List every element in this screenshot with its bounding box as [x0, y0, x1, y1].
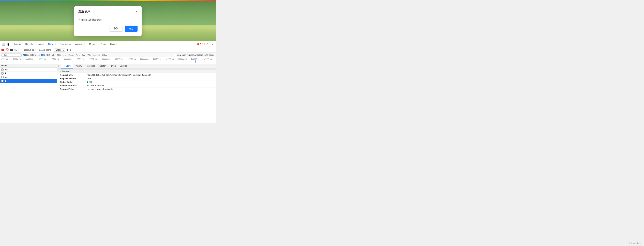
warn-icon: ⚠: [202, 43, 204, 45]
device-toolbar-icon[interactable]: 📱: [6, 42, 10, 46]
tl-2: 20000 ms: [13, 58, 25, 60]
same-site-checkbox[interactable]: [174, 54, 176, 56]
details-panel: × Headers Preview Response Initiator Tim…: [57, 64, 216, 123]
tl-8: 80000 ms: [89, 58, 102, 60]
detail-row: Status Code: 200: [57, 80, 216, 84]
filter-all[interactable]: All: [40, 54, 45, 56]
inspect-element-icon[interactable]: ⬜: [1, 42, 6, 46]
referrer-policy-value: no-referrer-when-downgrade: [87, 88, 113, 90]
request-url-value: http://192.168.7.251:6680/sisp/core/func…: [87, 74, 151, 76]
detail-tab-timing[interactable]: Timing: [108, 64, 118, 68]
separator-1: [18, 48, 19, 52]
tab-memory[interactable]: Memory: [87, 41, 98, 47]
close-detail-button[interactable]: ×: [58, 65, 60, 68]
tl-3: 30000 ms: [26, 58, 38, 60]
throttle-select[interactable]: Online: [54, 48, 65, 52]
preserve-log-label[interactable]: Preserve log: [20, 49, 34, 51]
preserve-log-checkbox[interactable]: [20, 49, 22, 51]
tab-performance[interactable]: Performance: [58, 41, 73, 47]
cancel-button[interactable]: 取消: [110, 26, 123, 32]
detail-tab-headers[interactable]: Headers: [61, 64, 72, 68]
network-toolbar: 🚫 ⬛ 🔍 Preserve log Disable cache Online …: [0, 47, 216, 53]
tl-13: 130000 ms: [152, 58, 165, 60]
more-tools-icon[interactable]: ⋮: [206, 42, 210, 46]
request-list: Name login 1 login 1: [0, 64, 57, 123]
detail-tab-bar: × Headers Preview Response Initiator Tim…: [57, 64, 216, 69]
hide-data-urls-checkbox[interactable]: [22, 54, 25, 56]
filter-media[interactable]: Media: [68, 54, 74, 56]
tab-console[interactable]: Console: [23, 41, 35, 47]
timeline-bar: [195, 60, 196, 63]
filter-font[interactable]: Font: [75, 54, 80, 56]
tl-1: 10000 ms: [0, 58, 13, 60]
detail-tab-cookies[interactable]: Cookies: [118, 64, 129, 68]
disable-cache-label[interactable]: Disable cache: [36, 49, 51, 51]
request-checkbox[interactable]: [1, 68, 4, 71]
warn-badge: ⚠ 1: [202, 43, 205, 45]
request-checkbox[interactable]: [1, 80, 4, 82]
filter-input[interactable]: [1, 53, 22, 57]
referrer-policy-key: Referrer Policy:: [60, 88, 87, 90]
general-section-header[interactable]: ▼ General: [57, 69, 216, 73]
tl-6: 60000 ms: [63, 58, 76, 60]
tab-security[interactable]: Security: [108, 41, 120, 47]
clear-button[interactable]: 🚫: [6, 48, 9, 51]
timeline: 10000 ms 20000 ms 30000 ms 40000 ms 5000…: [0, 57, 216, 64]
tab-application[interactable]: Application: [73, 41, 87, 47]
filter-ws[interactable]: WS: [87, 54, 92, 56]
detail-tab-initiator[interactable]: Initiator: [97, 64, 108, 68]
tab-audits[interactable]: Audits: [98, 41, 108, 47]
filter-other[interactable]: Other: [101, 54, 108, 56]
list-item[interactable]: login: [0, 68, 57, 72]
tab-network[interactable]: Network: [46, 41, 58, 47]
search-icon[interactable]: 🔍: [14, 49, 17, 51]
list-item[interactable]: 1: [0, 72, 57, 75]
close-devtools-icon[interactable]: ✕: [210, 42, 214, 46]
request-checkbox[interactable]: [1, 72, 4, 75]
request-name: login: [5, 68, 56, 71]
modal-footer: 取消 确定: [74, 26, 142, 36]
timeline-labels: 10000 ms 20000 ms 30000 ms 40000 ms 5000…: [0, 58, 216, 60]
remote-address-value: 192.168.7.251:6680: [87, 85, 105, 87]
tab-elements[interactable]: Elements: [11, 41, 23, 47]
request-method-key: Request Method:: [60, 77, 87, 80]
upload-icon[interactable]: ⬆: [66, 49, 68, 51]
tl-16: 160000 ms: [190, 58, 203, 60]
detail-row: Referrer Policy: no-referrer-when-downgr…: [57, 88, 216, 91]
download-icon[interactable]: ⬇: [70, 49, 72, 51]
filter-manifest[interactable]: Manifest: [92, 54, 101, 56]
request-name: login: [5, 76, 56, 78]
filter-js[interactable]: JS: [51, 54, 56, 56]
hide-data-urls-check[interactable]: Hide data URLs: [22, 54, 40, 56]
list-item[interactable]: 1: [0, 79, 57, 83]
disable-cache-checkbox[interactable]: [36, 49, 38, 51]
tl-15: 150000 ms: [178, 58, 190, 60]
list-item[interactable]: login: [0, 75, 57, 79]
confirm-button[interactable]: 确定: [125, 26, 138, 32]
tab-sources[interactable]: Sources: [35, 41, 46, 47]
record-button[interactable]: [1, 49, 4, 51]
filter-icon[interactable]: ⬛: [10, 49, 13, 51]
filter-xhr[interactable]: XHR: [45, 54, 51, 56]
filter-types: All XHR JS CSS Img Media Font Doc WS Man…: [40, 54, 108, 56]
separator-2: [52, 48, 53, 52]
devtools-tabs: Elements Console Sources Network Perform…: [11, 41, 120, 47]
error-icon: 🔴: [197, 43, 200, 45]
modal-close-button[interactable]: ×: [136, 10, 138, 13]
detail-row: Remote Address: 192.168.7.251:6680: [57, 84, 216, 88]
detail-tab-preview[interactable]: Preview: [73, 64, 84, 68]
devtools-panel: ⬜ 📱 Elements Console Sources Network Per…: [0, 41, 216, 123]
modal-overlay: 温馨提示 × 登录超时,请重新登录 取消 确定: [0, 1, 216, 41]
section-arrow-icon: ▼: [59, 71, 61, 72]
request-checkbox[interactable]: [1, 76, 4, 78]
same-site-check[interactable]: Only show requests with SameSite issues: [174, 54, 214, 56]
request-url-key: Request URL:: [60, 74, 87, 76]
error-badge: 🔴 5: [197, 43, 201, 45]
tl-17: 170000 ms: [203, 58, 216, 60]
filter-img[interactable]: Img: [62, 54, 67, 56]
remote-address-key: Remote Address:: [60, 85, 87, 87]
detail-tab-response[interactable]: Response: [84, 64, 97, 68]
filter-doc[interactable]: Doc: [81, 54, 86, 56]
filter-css[interactable]: CSS: [56, 54, 62, 56]
warn-count: 1: [204, 43, 205, 45]
